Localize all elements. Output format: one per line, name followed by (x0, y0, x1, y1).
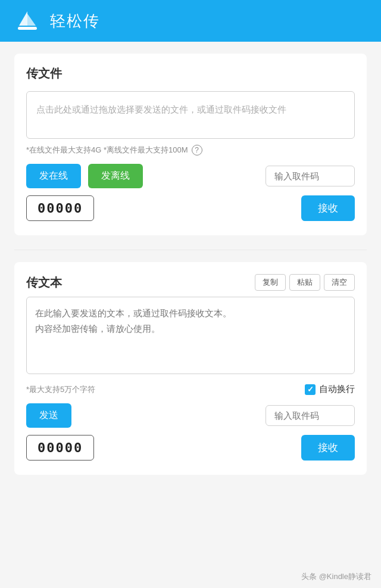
text-limit-hint: *最大支持5万个字符 (26, 384, 95, 395)
hint-info-icon[interactable]: ? (192, 145, 202, 155)
file-size-hint: *在线文件最大支持4G *离线文件最大支持100M ? (26, 145, 355, 155)
text-section-card: 传文本 复制 粘贴 清空 *最大支持5万个字符 自动换行 发送 (14, 262, 367, 475)
file-pickup-input[interactable] (266, 166, 355, 186)
svg-marker-1 (27, 14, 36, 26)
send-online-button[interactable]: 发在线 (26, 164, 81, 188)
app-header: 轻松传 (0, 0, 381, 42)
text-receive-button[interactable]: 接收 (301, 435, 355, 461)
file-action-row: 发在线 发离线 (26, 164, 355, 188)
text-pickup-input[interactable] (266, 405, 355, 426)
svg-rect-2 (18, 27, 37, 30)
file-receive-button[interactable]: 接收 (301, 195, 355, 221)
auto-newline-label: 自动换行 (319, 384, 355, 395)
file-code-row: 00000 接收 (26, 195, 355, 221)
file-code-display: 00000 (26, 195, 94, 221)
watermark: 头条 @Kindle静读君 (0, 567, 381, 588)
text-section-title: 传文本 (26, 275, 62, 291)
section-divider (14, 250, 367, 250)
copy-button[interactable]: 复制 (255, 274, 286, 291)
text-action-buttons: 复制 粘贴 清空 (255, 274, 355, 291)
text-footer: *最大支持5万个字符 自动换行 (26, 384, 355, 395)
app-title: 轻松传 (50, 11, 100, 32)
main-content: 传文件 点击此处或通过拖放选择要发送的文件，或通过取件码接收文件 *在线文件最大… (0, 42, 381, 567)
text-code-row: 00000 接收 (26, 435, 355, 461)
text-code-display: 00000 (26, 435, 94, 461)
paste-button[interactable]: 粘贴 (289, 274, 320, 291)
text-send-row: 发送 (26, 403, 355, 428)
file-section-card: 传文件 点击此处或通过拖放选择要发送的文件，或通过取件码接收文件 *在线文件最大… (14, 54, 367, 235)
file-drop-area[interactable]: 点击此处或通过拖放选择要发送的文件，或通过取件码接收文件 (26, 91, 355, 139)
text-section-header: 传文本 复制 粘贴 清空 (26, 274, 355, 291)
file-section-title: 传文件 (26, 66, 355, 82)
send-offline-button[interactable]: 发离线 (88, 164, 143, 188)
text-send-button[interactable]: 发送 (26, 403, 71, 428)
clear-button[interactable]: 清空 (324, 274, 355, 291)
app-logo-icon (14, 8, 40, 34)
auto-newline-toggle[interactable]: 自动换行 (305, 384, 355, 395)
auto-newline-checkbox[interactable] (305, 384, 316, 395)
svg-marker-0 (19, 11, 27, 26)
text-input-area[interactable] (26, 297, 355, 374)
